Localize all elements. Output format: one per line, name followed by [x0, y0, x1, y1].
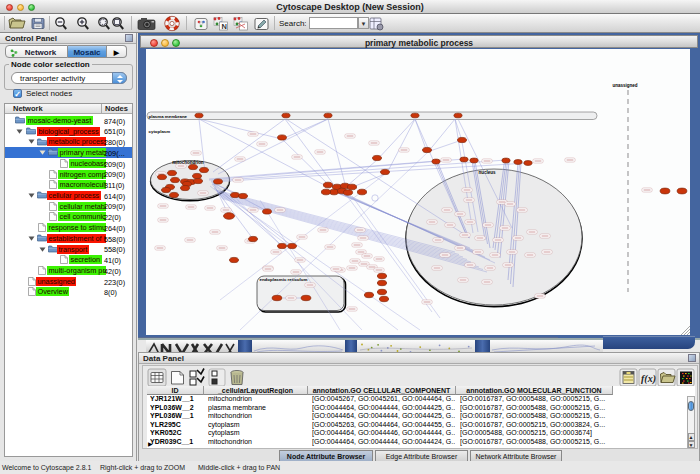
- svg-text:f(x): f(x): [641, 373, 656, 385]
- svg-text:plasma membrane: plasma membrane: [149, 114, 188, 119]
- svg-text:cytoplasm: cytoplasm: [149, 129, 171, 134]
- svg-text:N: N: [222, 22, 227, 31]
- svg-text:endoplasmic reticulum: endoplasmic reticulum: [260, 277, 308, 282]
- svg-text:nucleus: nucleus: [478, 170, 496, 175]
- svg-text:unassigned: unassigned: [612, 83, 637, 88]
